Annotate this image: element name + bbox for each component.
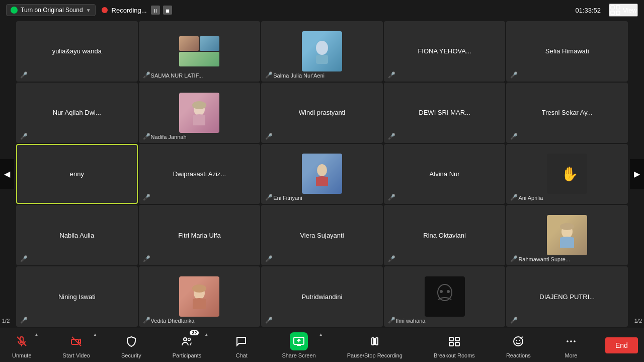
timer-display: 01:33:52	[575, 7, 601, 14]
stop-icon	[165, 7, 170, 14]
participants-button[interactable]: 32 Participants	[167, 330, 207, 360]
svg-rect-27	[455, 337, 459, 341]
breakout-rooms-icon	[448, 335, 460, 347]
participant-cell: 🎤 Salma Julia Nur'Aeni	[261, 21, 383, 82]
participant-cell: Alvina Nur 🎤	[384, 144, 506, 204]
svg-point-13	[192, 284, 206, 293]
svg-text:✋: ✋	[561, 166, 577, 182]
svg-point-32	[519, 339, 520, 340]
mute-icon: 🎤	[510, 194, 518, 201]
recording-section: Recording...	[102, 6, 172, 15]
mute-icon: 🎤	[143, 317, 150, 324]
more-button[interactable]: More	[556, 330, 586, 360]
pause-stop-icon	[366, 332, 384, 350]
pause-stop-label: Pause/Stop Recording	[347, 352, 403, 358]
mute-icon: 🎤	[20, 317, 28, 324]
participant-name: Alvina Nur	[426, 170, 464, 178]
recording-label: Recording...	[112, 7, 147, 14]
participant-cell: 🎤 Rahmawanti Supre...	[506, 205, 628, 265]
face-silhouette	[557, 223, 577, 248]
svg-rect-1	[616, 6, 620, 9]
emoji-icon	[512, 335, 524, 347]
recording-dot-icon	[102, 7, 108, 13]
participant-cell: 🎤 SALMA NUR LATIF...	[139, 21, 261, 82]
photo-piece	[200, 36, 219, 51]
prev-page-button[interactable]: ◀	[0, 159, 14, 189]
breakout-icon	[445, 332, 463, 350]
svg-rect-28	[449, 342, 453, 346]
mute-icon: 🎤	[265, 255, 273, 262]
svg-point-8	[317, 164, 327, 176]
svg-point-33	[567, 340, 569, 342]
participant-photo: ✋	[547, 154, 587, 194]
participant-cell-active: enny	[16, 144, 138, 204]
pause-recording-button[interactable]	[151, 6, 160, 15]
participant-name: Rina Oktaviani	[419, 232, 470, 239]
participant-cell: Tresni Sekar Ay... 🎤	[506, 83, 628, 143]
original-sound-button[interactable]: Turn on Original Sound ▼	[6, 4, 96, 16]
unmute-caret-button[interactable]: ▲	[35, 332, 39, 337]
face-silhouette	[189, 284, 209, 309]
pause-stop-recording-button[interactable]: Pause/Stop Recording	[341, 330, 409, 360]
next-page-button[interactable]: ▶	[630, 159, 644, 189]
participant-photo	[302, 154, 342, 194]
participant-photo	[302, 31, 342, 71]
svg-point-7	[192, 101, 206, 109]
page-indicator-right: 1/2	[634, 318, 642, 324]
stop-recording-button[interactable]	[163, 6, 172, 15]
people-icon	[181, 335, 193, 347]
svg-point-34	[570, 340, 572, 342]
participant-name: Nur Aqilah Dwi...	[49, 109, 105, 116]
participant-cell: Viera Sujayanti 🎤	[261, 205, 383, 265]
participant-cell: FIONA YEHOVA... 🎤	[384, 21, 506, 82]
face-silhouette: ✋	[557, 161, 577, 186]
bottom-toolbar: Unmute ▲ Start Video ▲ Security	[0, 328, 644, 362]
mute-icon: 🎤	[20, 133, 28, 140]
participant-name: Viera Sujayanti	[296, 232, 348, 239]
chat-icon	[232, 332, 251, 350]
participant-photo	[179, 93, 219, 133]
svg-rect-5	[316, 55, 328, 64]
end-button[interactable]: End	[605, 337, 638, 353]
video-grid: yulia&ayu wanda 🎤 🎤 SALMA NUR LATIF...	[0, 20, 644, 328]
photo-piece	[179, 52, 219, 66]
view-button[interactable]: View	[609, 4, 638, 17]
participant-count-badge: 32	[190, 330, 199, 335]
share-screen-caret-button[interactable]: ▲	[319, 332, 323, 337]
svg-point-11	[560, 223, 574, 230]
recording-controls-icon	[369, 335, 381, 347]
participant-name: Nabila Aulia	[55, 232, 98, 239]
green-circle-icon	[11, 7, 18, 14]
participants-caret-button[interactable]: ▲	[204, 332, 208, 337]
top-bar: Turn on Original Sound ▼ Recording... 01…	[0, 0, 644, 20]
chat-button[interactable]: Chat	[226, 330, 257, 360]
share-screen-icon	[290, 332, 308, 350]
participant-name: Ani Aprilia	[518, 195, 543, 201]
reactions-button[interactable]: Reactions	[500, 330, 537, 360]
ellipsis-icon	[565, 335, 577, 347]
breakout-rooms-button[interactable]: Breakout Rooms	[428, 330, 481, 360]
recording-controls	[151, 6, 172, 15]
start-video-button[interactable]: Start Video	[57, 330, 96, 360]
video-off-icon	[67, 332, 86, 350]
participant-cell: Putridwiandini 🎤	[261, 266, 383, 327]
mute-icon: 🎤	[265, 317, 273, 324]
reactions-icon	[509, 332, 527, 350]
svg-rect-3	[616, 11, 620, 15]
video-caret-button[interactable]: ▲	[93, 332, 97, 337]
participant-cell: Rina Oktaviani 🎤	[384, 205, 506, 265]
top-bar-right: 01:33:52 View	[575, 4, 638, 17]
security-button[interactable]: Security	[115, 330, 147, 360]
participants-section: 32 Participants ▲	[167, 330, 207, 360]
participant-name: Nadifa Jannah	[151, 134, 187, 140]
mute-icon: 🎤	[388, 255, 395, 262]
participant-name: yulia&ayu wanda	[48, 47, 106, 55]
face-silhouette	[312, 161, 332, 186]
unmute-button[interactable]: Unmute	[6, 330, 38, 360]
share-screen-button[interactable]: Share Screen	[276, 330, 321, 360]
mute-icon: 🎤	[143, 133, 150, 140]
svg-point-35	[574, 340, 576, 342]
screen-share-icon	[293, 336, 304, 347]
video-section: Start Video ▲	[57, 330, 96, 360]
participant-cell: 🎤 Nadifa Jannah	[139, 83, 261, 143]
